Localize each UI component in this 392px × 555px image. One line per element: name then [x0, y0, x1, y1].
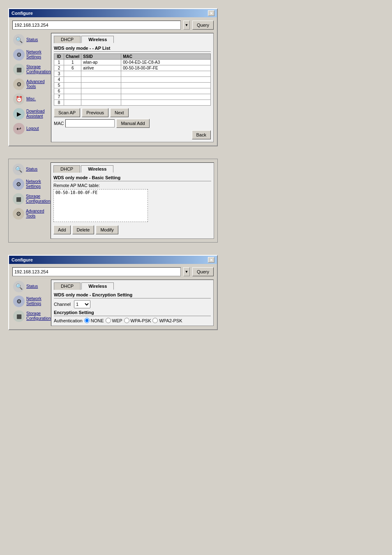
back-row: Back [54, 130, 211, 139]
section-title1: WDS only mode - - AP List [54, 46, 211, 52]
download-icon1: ▶ [13, 108, 25, 120]
channel-row: Channel 1 2 3 4 5 6 [54, 300, 211, 308]
close-button1[interactable]: ✕ [208, 10, 214, 16]
previous-button[interactable]: Previous [82, 108, 108, 117]
panel2: 🔍 Status ⚙ NetworkSettings ▦ StorageConf… [8, 159, 218, 243]
cell-mac [121, 88, 211, 94]
main-area3: 🔍 Status ⚙ NetworkSettings ▦ StorageConf… [12, 280, 214, 326]
content-panel3: DHCP Wireless WDS only mode - Encryption… [51, 280, 214, 326]
auth-label: Authentication [54, 318, 83, 323]
auth-wep[interactable]: WEP [106, 318, 122, 323]
auth-wep-radio[interactable] [106, 318, 111, 323]
sidebar-item-network3[interactable]: ⚙ NetworkSettings [12, 294, 49, 308]
delete-button[interactable]: Delete [72, 225, 95, 234]
auth-wpa2psk[interactable]: WPA2-PSK [152, 318, 182, 323]
address-input3[interactable] [12, 267, 181, 276]
table-row: 3 [54, 71, 211, 77]
auth-none[interactable]: NONE [84, 318, 104, 323]
auth-wpapsk-radio[interactable] [124, 318, 129, 323]
tab-wireless2[interactable]: Wireless [81, 165, 113, 173]
panel1-window: Configure ✕ ▼ Query 🔍 Status ⚙ NetworkSe… [8, 8, 218, 146]
address-bar1: ▼ Query [12, 21, 214, 30]
cell-mac: 00-50-18-00-0F-FE [121, 65, 211, 71]
sidebar-item-network2[interactable]: ⚙ NetworkSettings [12, 177, 49, 191]
sidebar-item-advanced1[interactable]: ⚙ AdvancedTools [12, 77, 49, 91]
table-row: 7 [54, 94, 211, 100]
title1: Configure [12, 11, 33, 16]
auth-wpa2psk-radio[interactable] [152, 318, 158, 323]
network-icon3: ⚙ [13, 296, 25, 307]
status-icon1: 🔍 [13, 34, 25, 46]
back-button[interactable]: Back [192, 130, 211, 139]
status-label1: Status [26, 37, 38, 42]
modify-button[interactable]: Modify [96, 225, 118, 234]
storage-icon3: ▦ [13, 310, 25, 322]
status-icon2: 🔍 [13, 164, 24, 175]
mac-label: MAC [54, 121, 64, 126]
address-dropdown1[interactable]: ▼ [183, 21, 190, 30]
col-mac: MAC [121, 54, 211, 60]
sidebar-item-network1[interactable]: ⚙ NetworkSettings [12, 48, 49, 62]
sidebar-item-advanced2[interactable]: ⚙ AdvancedTools [12, 207, 49, 221]
storage-label1: StorageConfiguration [26, 65, 51, 74]
cell-channel [64, 100, 81, 106]
content-panel1: DHCP Wireless WDS only mode - - AP List … [51, 33, 214, 142]
network-label2: NetworkSettings [26, 179, 41, 189]
main-area2: 🔍 Status ⚙ NetworkSettings ▦ StorageConf… [12, 162, 214, 239]
title3: Configure [12, 257, 33, 262]
storage-label2: StorageConfiguration [26, 194, 50, 204]
sidebar-item-logout1[interactable]: ↩ Logout [12, 122, 49, 136]
add-button[interactable]: Add [53, 225, 71, 234]
query-button3[interactable]: Query [192, 267, 214, 276]
sidebar-item-status3[interactable]: 🔍 Status [12, 280, 49, 294]
sidebar-item-status1[interactable]: 🔍 Status [12, 33, 49, 47]
tab-dhcp1[interactable]: DHCP [54, 36, 81, 43]
scan-ap-button[interactable]: Scan AP [54, 108, 80, 117]
channel-select[interactable]: 1 2 3 4 5 6 [74, 300, 90, 308]
download-label1: DownloadAssistant [26, 109, 44, 119]
sidebar-item-storage1[interactable]: ▦ StorageConfiguration [12, 62, 49, 76]
auth-wpapsk[interactable]: WPA-PSK [124, 318, 151, 323]
sidebar-item-storage2[interactable]: ▦ StorageConfiguration [12, 192, 49, 206]
manual-add-button[interactable]: Manual Add [116, 119, 149, 128]
auth-none-radio[interactable] [84, 318, 90, 323]
cell-ssid: airlive [81, 65, 121, 71]
tab-bar2: DHCP Wireless [53, 165, 211, 173]
tab-dhcp3[interactable]: DHCP [54, 282, 81, 290]
cell-ssid [81, 94, 121, 100]
tab-wireless3[interactable]: Wireless [81, 282, 114, 290]
network-icon2: ⚙ [13, 178, 24, 190]
next-button[interactable]: Next [110, 108, 129, 117]
mac-row: MAC Manual Add [54, 119, 211, 128]
cell-mac [121, 83, 211, 88]
table-row: 4 [54, 77, 211, 83]
cell-id: 8 [54, 100, 64, 106]
table-row: 6 [54, 88, 211, 94]
storage-icon1: ▦ [13, 64, 25, 75]
table-row: 8 [54, 100, 211, 106]
col-ssid: SSID [81, 54, 121, 60]
sidebar-item-storage3[interactable]: ▦ StorageConfiguration [12, 309, 49, 323]
sidebar-item-misc1[interactable]: ⏰ Misc. [12, 92, 49, 106]
cell-channel [64, 88, 81, 94]
sidebar2: 🔍 Status ⚙ NetworkSettings ▦ StorageConf… [12, 162, 49, 239]
table-row: 2 6 airlive 00-50-18-00-0F-FE [54, 65, 211, 71]
cell-channel [64, 71, 81, 77]
sidebar-item-download1[interactable]: ▶ DownloadAssistant [12, 107, 49, 121]
address-bar3: ▼ Query [12, 267, 214, 276]
address-dropdown3[interactable]: ▼ [183, 267, 190, 276]
table-row: 1 1 wlan-ap 00-04-ED-1E-C8-A3 [54, 60, 211, 65]
close-button3[interactable]: ✕ [208, 257, 214, 263]
cell-id: 4 [54, 77, 64, 83]
query-button1[interactable]: Query [192, 21, 214, 30]
mac-table-textarea[interactable]: 00-50-18-00-0F-FE [53, 189, 148, 222]
network-label3: NetworkSettings [26, 296, 42, 306]
mac-input[interactable] [65, 119, 115, 127]
misc-icon1: ⏰ [13, 93, 25, 105]
status-label2: Status [26, 167, 37, 172]
tab-dhcp2[interactable]: DHCP [53, 165, 80, 173]
sidebar-item-status2[interactable]: 🔍 Status [12, 162, 49, 176]
tab-wireless1[interactable]: Wireless [81, 36, 114, 43]
address-input1[interactable] [12, 21, 181, 30]
titlebar3: Configure ✕ [9, 256, 217, 264]
